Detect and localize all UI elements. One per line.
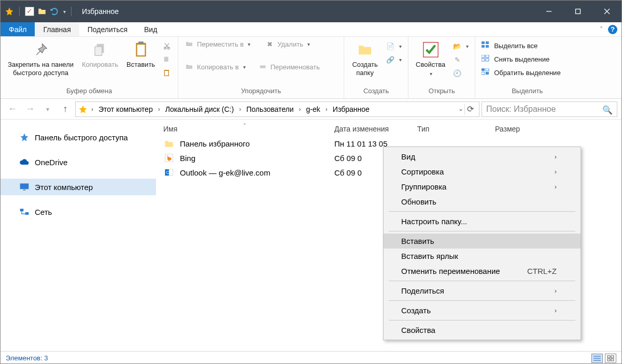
tab-share[interactable]: Поделиться [79, 22, 136, 36]
svg-rect-31 [25, 212, 29, 215]
large-icons-view-button[interactable] [605, 354, 616, 363]
ctx-view[interactable]: Вид› [384, 149, 581, 164]
nav-onedrive[interactable]: OneDrive [1, 154, 156, 170]
navigation-pane: Панель быстрого доступа OneDrive Этот ко… [1, 120, 156, 351]
nav-quick-label: Панель быстрого доступа [35, 133, 128, 142]
back-button[interactable]: ← [5, 101, 20, 117]
chevron-right-icon[interactable]: › [90, 106, 94, 113]
bing-icon [163, 152, 175, 164]
svg-rect-30 [20, 209, 24, 211]
ctx-share[interactable]: Поделиться› [384, 283, 581, 298]
ctx-separator [389, 300, 575, 301]
paste-label: Вставить [126, 61, 155, 69]
address-bar[interactable]: › Этот компьютер› Локальный диск (C:)› П… [75, 101, 479, 117]
tab-view[interactable]: Вид [136, 22, 165, 36]
qat-dropdown-icon[interactable]: ▾ [63, 9, 66, 14]
new-folder-button[interactable]: Создать папку [349, 39, 380, 79]
recent-dropdown[interactable]: ▾ [40, 101, 55, 117]
col-date[interactable]: Дата изменения [334, 125, 417, 133]
invert-selection-button[interactable]: Обратить выделение [480, 68, 561, 77]
copy-to-button[interactable]: Копировать в▾ [183, 62, 247, 72]
help-icon[interactable]: ? [608, 25, 617, 34]
address-dropdown-icon[interactable]: ⌄ [458, 105, 463, 112]
open-button[interactable]: 📂▾ [451, 41, 470, 51]
col-size[interactable]: Размер [495, 125, 614, 133]
ctx-customize-folder[interactable]: Настроить папку... [384, 214, 581, 229]
chevron-right-icon: › [555, 153, 557, 161]
select-none-button[interactable]: Снять выделение [480, 54, 561, 64]
organize-group-label: Упорядочить [183, 87, 338, 97]
close-button[interactable] [592, 1, 621, 22]
properties-label: Свойства [416, 61, 445, 69]
col-type[interactable]: Тип [417, 125, 495, 133]
favorites-star-icon [5, 7, 14, 16]
search-input[interactable]: Поиск: Избранное 🔍 [482, 101, 617, 117]
tab-file[interactable]: Файл [1, 22, 35, 36]
ctx-paste[interactable]: Вставить [384, 234, 581, 249]
refresh-button[interactable]: ⟳ [464, 104, 476, 115]
svg-rect-8 [138, 41, 144, 44]
location-star-icon [78, 105, 88, 114]
ctx-refresh[interactable]: Обновить [384, 194, 581, 209]
context-menu: Вид› Сортировка› Группировка› Обновить Н… [383, 147, 581, 340]
new-folder-qat-icon[interactable] [37, 7, 47, 16]
maximize-button[interactable] [563, 1, 592, 22]
column-headers: Имя˄ Дата изменения Тип Размер [156, 120, 621, 136]
ctx-group[interactable]: Группировка› [384, 179, 581, 194]
svg-rect-16 [482, 41, 485, 44]
ctx-separator [389, 320, 575, 321]
ctx-new[interactable]: Создать› [384, 303, 581, 318]
ctx-properties[interactable]: Свойства [384, 323, 581, 338]
svg-rect-28 [20, 183, 29, 189]
minimize-button[interactable] [534, 1, 563, 22]
undo-qat-icon[interactable] [50, 7, 59, 16]
nav-this-pc[interactable]: Этот компьютер [1, 179, 156, 195]
details-view-button[interactable] [591, 354, 603, 363]
crumb-users[interactable]: Пользователи [244, 105, 295, 113]
paste-shortcut-button[interactable] [161, 68, 173, 78]
chevron-right-icon[interactable]: › [238, 106, 242, 113]
easy-access-button[interactable]: 🔗▾ [385, 54, 403, 65]
col-name[interactable]: Имя˄ [163, 125, 334, 133]
pin-to-quick-access-button[interactable]: Закрепить на панели быстрого доступа [6, 39, 76, 79]
chevron-right-icon[interactable]: › [157, 106, 161, 113]
up-button[interactable]: ↑ [58, 101, 73, 117]
new-item-button[interactable]: 📄▾ [385, 41, 403, 51]
rename-button[interactable]: Переименовать [257, 62, 321, 72]
chevron-right-icon[interactable]: › [324, 106, 329, 113]
search-icon[interactable]: 🔍 [602, 105, 613, 115]
ctx-paste-shortcut[interactable]: Вставить ярлык [384, 249, 581, 264]
crumb-favorites[interactable]: Избранное [331, 105, 372, 113]
edit-button[interactable]: ✎ [451, 54, 470, 65]
qat-separator [19, 7, 20, 16]
ctx-sort[interactable]: Сортировка› [384, 164, 581, 179]
ribbon-tabs: Файл Главная Поделиться Вид ˄ ? [1, 22, 621, 37]
outlook-icon: O [163, 167, 175, 178]
crumb-thispc[interactable]: Этот компьютер [96, 105, 155, 113]
crumb-drive[interactable]: Локальный диск (C:) [163, 105, 236, 113]
ctx-undo-rename[interactable]: Отменить переименованиеCTRL+Z [384, 264, 581, 279]
history-button[interactable]: 🕘 [451, 68, 470, 78]
delete-button[interactable]: ✖Удалить▾ [264, 39, 311, 49]
svg-rect-21 [486, 55, 489, 57]
cut-button[interactable] [161, 41, 173, 51]
svg-rect-41 [607, 359, 610, 361]
move-to-button[interactable]: Переместить в▾ [183, 39, 251, 49]
chevron-right-icon[interactable]: › [298, 106, 302, 113]
collapse-ribbon-icon[interactable]: ˄ [600, 26, 603, 33]
properties-qat-icon[interactable]: ✓ [25, 7, 34, 16]
forward-button[interactable]: → [22, 101, 38, 117]
nav-network[interactable]: Сеть [1, 203, 156, 220]
status-bar: Элементов: 3 [1, 351, 621, 364]
nav-quick-access[interactable]: Панель быстрого доступа [1, 129, 156, 145]
folder-icon [163, 138, 175, 149]
copy-path-button[interactable] [161, 54, 173, 65]
svg-rect-13 [165, 71, 168, 76]
copy-button[interactable]: Копировать [80, 39, 120, 71]
nav-onedrive-label: OneDrive [35, 158, 67, 167]
select-all-button[interactable]: Выделить все [480, 41, 561, 50]
properties-button[interactable]: Свойства ▾ [414, 39, 447, 79]
paste-button[interactable]: Вставить [124, 39, 157, 71]
crumb-user[interactable]: g-ek [304, 105, 322, 113]
tab-home[interactable]: Главная [35, 22, 79, 36]
